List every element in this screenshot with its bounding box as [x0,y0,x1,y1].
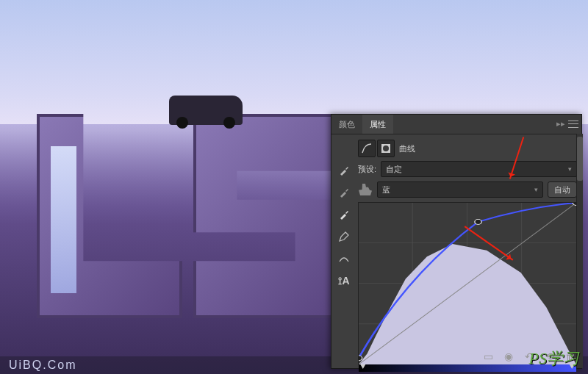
clip-to-layer-icon[interactable]: ▭ [481,350,495,363]
adjustment-type-row: 曲线 [358,140,577,157]
watermark-corner: PS学习 [529,348,579,370]
preset-row: 预设: 自定 ▾ [358,161,577,177]
channel-select[interactable]: 蓝 ▾ [377,181,543,198]
svg-point-10 [475,219,481,224]
eyedropper-white-icon[interactable] [337,208,351,221]
letter-S [193,114,339,318]
scrollbar-thumb[interactable] [577,137,583,181]
preset-value: 自定 [386,164,402,175]
eyedropper-black-icon[interactable] [337,164,351,177]
waterfall [51,146,76,293]
chevron-down-icon: ▾ [534,186,538,193]
mask-icon[interactable] [377,140,395,157]
car-wheel [223,117,235,129]
tab-color[interactable]: 颜色 [331,115,362,134]
panel-menu-icon[interactable] [568,121,578,128]
auto-button[interactable]: 自动 [548,181,577,198]
panel-header: 颜色 属性 ▸▸ [331,115,581,134]
panel-menu-area: ▸▸ [556,119,578,129]
panel-body: 曲线 预设: 自定 ▾ 蓝 ▾ 自动 ⟟A [331,134,581,369]
letter-L [37,114,182,318]
svg-point-1 [383,145,389,151]
channel-value: 蓝 [382,184,390,195]
curves-side-tools: ⟟A [334,164,354,287]
panel-scrollbar[interactable] [576,134,583,368]
tab-properties[interactable]: 属性 [362,115,393,134]
preset-label: 预设: [358,164,376,175]
preset-select[interactable]: 自定 ▾ [381,161,577,177]
channel-row: 蓝 ▾ 自动 [358,181,577,198]
curves-graph[interactable] [358,202,577,365]
properties-panel: 颜色 属性 ▸▸ 曲线 预设: 自定 ▾ [331,114,582,369]
adjustment-type-label: 曲线 [399,143,415,154]
chevron-down-icon: ▾ [568,165,572,173]
pencil-icon[interactable] [337,230,351,243]
car [169,96,243,125]
panel-collapse-icon[interactable]: ▸▸ [556,119,565,129]
eyedropper-gray-icon[interactable] [337,186,351,199]
visibility-icon[interactable]: ◉ [502,350,515,363]
hand-tool-icon[interactable] [358,184,373,195]
smooth-icon[interactable] [337,252,351,265]
histogram-type-icon[interactable]: ⟟A [337,274,351,287]
car-wheel [176,117,188,129]
curves-adjustment-icon[interactable] [358,140,376,157]
